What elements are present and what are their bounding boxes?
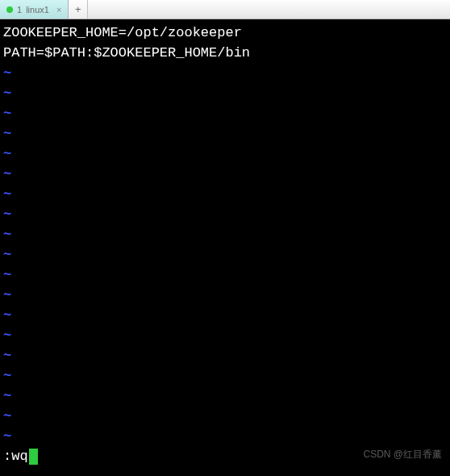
vim-command-line[interactable]: :wq — [3, 446, 38, 466]
tilde-line: ~ — [3, 123, 447, 144]
tab-bar: 1 linux1 × + — [0, 0, 450, 19]
tilde-line: ~ — [3, 285, 447, 305]
tilde-line: ~ — [3, 103, 447, 123]
tilde-line: ~ — [3, 345, 447, 365]
editor-content: ZOOKEEPER_HOME=/opt/zookeeperPATH=$PATH:… — [3, 23, 447, 63]
tilde-line: ~ — [3, 265, 447, 285]
tilde-line: ~ — [3, 305, 447, 325]
tab-linux1[interactable]: 1 linux1 × — [0, 0, 69, 19]
tilde-line: ~ — [3, 164, 447, 184]
vim-command-text: :wq — [3, 446, 28, 466]
tilde-line: ~ — [3, 204, 447, 224]
file-line: PATH=$PATH:$ZOOKEEPER_HOME/bin — [3, 43, 447, 63]
tab-title: linux1 — [26, 5, 49, 15]
tilde-line: ~ — [3, 224, 447, 244]
tab-status-indicator — [6, 6, 13, 13]
tilde-line: ~ — [3, 386, 447, 406]
tilde-line: ~ — [3, 63, 447, 83]
tilde-line: ~ — [3, 83, 447, 103]
tilde-line: ~ — [3, 426, 447, 446]
file-line: ZOOKEEPER_HOME=/opt/zookeeper — [3, 23, 447, 43]
tilde-line: ~ — [3, 144, 447, 164]
tab-index: 1 — [17, 5, 22, 15]
tilde-line: ~ — [3, 365, 447, 386]
terminal-viewport[interactable]: ZOOKEEPER_HOME=/opt/zookeeperPATH=$PATH:… — [0, 19, 450, 476]
cursor-icon — [29, 449, 38, 465]
editor-empty-lines: ~~~~~~~~~~~~~~~~~~~ — [3, 63, 447, 446]
tilde-line: ~ — [3, 244, 447, 265]
plus-icon: + — [75, 3, 81, 15]
close-icon[interactable]: × — [56, 5, 61, 15]
tilde-line: ~ — [3, 325, 447, 345]
watermark-text: CSDN @红目香薰 — [363, 445, 442, 465]
tilde-line: ~ — [3, 406, 447, 426]
add-tab-button[interactable]: + — [69, 0, 88, 19]
tilde-line: ~ — [3, 184, 447, 204]
